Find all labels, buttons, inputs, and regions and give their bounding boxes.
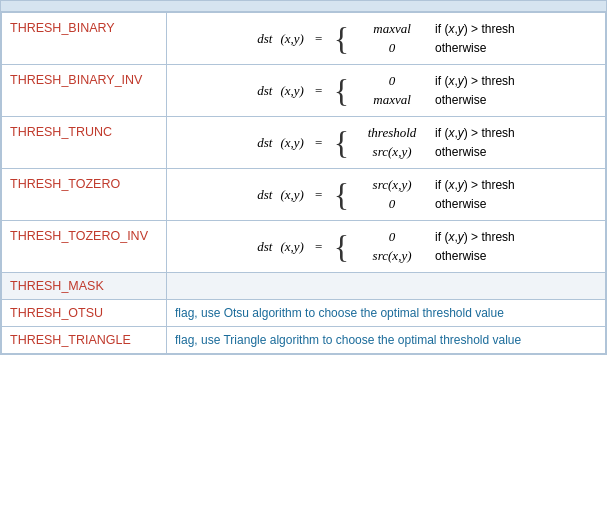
flag-description: flag, use Otsu algorithm to choose the o… (167, 300, 606, 327)
table-row: THRESH_TOZERO_INV dst(x,y) = { 0 if (x,y… (2, 221, 606, 273)
enum-name: THRESH_BINARY_INV (2, 65, 167, 117)
table-row: THRESH_BINARY dst(x,y) = { maxval if (x,… (2, 13, 606, 65)
enum-name: THRESH_OTSU (2, 300, 167, 327)
table-row: THRESH_TOZERO dst(x,y) = { src(x,y) if (… (2, 169, 606, 221)
table-row: THRESH_BINARY_INV dst(x,y) = { 0 if (x,y… (2, 65, 606, 117)
enum-name: THRESH_TRIANGLE (2, 327, 167, 354)
formula-cell: dst(x,y) = { src(x,y) if (x,y) > thresh … (167, 169, 606, 221)
enum-name: THRESH_TOZERO (2, 169, 167, 221)
data-table: THRESH_BINARY dst(x,y) = { maxval if (x,… (1, 12, 606, 354)
enum-name: THRESH_TRUNC (2, 117, 167, 169)
enumerator-table: THRESH_BINARY dst(x,y) = { maxval if (x,… (0, 0, 607, 355)
table-header (1, 1, 606, 12)
table-row: THRESH_OTSUflag, use Otsu algorithm to c… (2, 300, 606, 327)
table-row: THRESH_MASK (2, 273, 606, 300)
enum-name: THRESH_BINARY (2, 13, 167, 65)
table-row: THRESH_TRIANGLEflag, use Triangle algori… (2, 327, 606, 354)
enum-name: THRESH_TOZERO_INV (2, 221, 167, 273)
empty-cell (167, 273, 606, 300)
formula-cell: dst(x,y) = { threshold if (x,y) > thresh… (167, 117, 606, 169)
formula-cell: dst(x,y) = { maxval if (x,y) > thresh 0 … (167, 13, 606, 65)
formula-cell: dst(x,y) = { 0 if (x,y) > thresh maxval … (167, 65, 606, 117)
flag-description: flag, use Triangle algorithm to choose t… (167, 327, 606, 354)
enum-name: THRESH_MASK (2, 273, 167, 300)
formula-cell: dst(x,y) = { 0 if (x,y) > thresh src(x,y… (167, 221, 606, 273)
table-row: THRESH_TRUNC dst(x,y) = { threshold if (… (2, 117, 606, 169)
